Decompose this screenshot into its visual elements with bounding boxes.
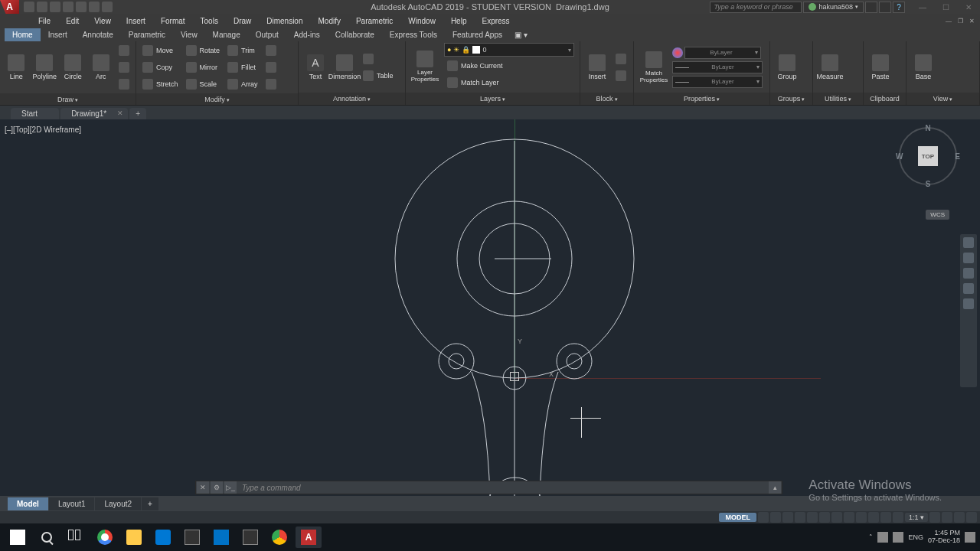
search-button[interactable] — [34, 527, 60, 548]
compass-w[interactable]: W — [896, 152, 903, 161]
explorer-button[interactable] — [121, 527, 147, 548]
status-gear-icon[interactable] — [929, 512, 940, 523]
tab-annotate[interactable]: Annotate — [75, 28, 121, 41]
draw-extra-1[interactable] — [116, 43, 132, 58]
minimize-button[interactable]: — — [911, 0, 934, 14]
menu-help[interactable]: Help — [443, 15, 475, 27]
insert-block-button[interactable]: Insert — [583, 53, 611, 82]
dimension-button[interactable]: Dimension — [331, 53, 358, 82]
edge-button[interactable] — [150, 527, 176, 548]
status-lwt-icon[interactable] — [856, 512, 867, 523]
status-otrack-icon[interactable] — [844, 512, 854, 523]
menu-parametric[interactable]: Parametric — [348, 15, 400, 27]
paste-button[interactable]: Paste — [867, 53, 894, 82]
draw-extra-3[interactable] — [116, 77, 132, 92]
nav-wheel-icon[interactable] — [963, 237, 974, 248]
panel-draw-title[interactable]: Draw — [57, 96, 78, 103]
nav-showmotion-icon[interactable] — [963, 298, 974, 309]
arc-button[interactable]: Arc — [88, 53, 114, 82]
panel-groups-title[interactable]: Groups — [778, 95, 805, 103]
tab-home[interactable]: Home — [5, 28, 41, 41]
modify-extra-3[interactable] — [263, 77, 279, 92]
calc-button[interactable] — [237, 527, 263, 548]
panel-modify-title[interactable]: Modify — [204, 96, 230, 103]
user-chip[interactable]: hakuna508 ▾ — [803, 2, 864, 13]
doc-minimize[interactable]: — — [943, 18, 954, 24]
file-tab-start[interactable]: Start — [11, 108, 59, 119]
command-input[interactable]: Type a command — [237, 484, 768, 492]
linetype-select[interactable]: —— ByLayer▾ — [672, 76, 763, 88]
block-edit[interactable] — [612, 68, 629, 83]
layout-tab-1[interactable]: Layout1 — [49, 497, 95, 510]
add-layout-button[interactable]: + — [142, 497, 158, 510]
qat-plot-icon[interactable] — [76, 2, 87, 12]
status-3dosnap-icon[interactable] — [831, 512, 842, 523]
nav-zoom-icon[interactable] — [963, 268, 974, 279]
chrome-button[interactable] — [92, 527, 118, 548]
status-annomon-icon[interactable] — [893, 512, 903, 523]
command-line[interactable]: ✕ ⚙ ▷_ Type a command ▴ — [195, 481, 782, 494]
line-button[interactable]: Line — [3, 53, 29, 82]
status-polar-icon[interactable] — [795, 512, 805, 523]
qat-new-icon[interactable] — [24, 2, 34, 12]
layer-properties-button[interactable]: Layer Properties — [409, 49, 441, 84]
cmd-customize-icon[interactable]: ⚙ — [211, 481, 223, 494]
color-control-icon[interactable] — [672, 47, 683, 58]
maximize-button[interactable]: ☐ — [934, 0, 957, 14]
layout-tab-model[interactable]: Model — [8, 497, 48, 510]
tab-output[interactable]: Output — [248, 28, 286, 41]
tray-language[interactable]: ENG — [908, 533, 923, 541]
menu-express[interactable]: Express — [474, 15, 517, 27]
match-properties-button[interactable]: Match Properties — [637, 50, 671, 85]
tab-express[interactable]: Express Tools — [382, 28, 445, 41]
tray-network-icon[interactable] — [877, 532, 888, 543]
menu-edit[interactable]: Edit — [58, 15, 87, 27]
menu-tools[interactable]: Tools — [193, 15, 226, 27]
qat-save-icon[interactable] — [50, 2, 60, 12]
doc-restore[interactable]: ❐ — [956, 18, 965, 24]
taskview-button[interactable] — [63, 527, 89, 548]
mirror-button[interactable]: Mirror — [183, 60, 224, 75]
menu-window[interactable]: Window — [400, 15, 443, 27]
tab-featured[interactable]: Featured Apps — [445, 28, 510, 41]
measure-button[interactable]: Measure — [816, 53, 844, 82]
panel-clipboard-title[interactable]: Clipboard — [870, 95, 900, 103]
block-create[interactable] — [612, 51, 629, 67]
app-logo[interactable]: A — [0, 0, 19, 14]
leader-button[interactable] — [360, 51, 397, 67]
base-button[interactable]: Base — [910, 53, 937, 82]
stretch-button[interactable]: Stretch — [139, 77, 181, 92]
help-icon[interactable]: ? — [893, 2, 905, 13]
menu-modify[interactable]: Modify — [311, 15, 348, 27]
panel-annotation-title[interactable]: Annotation — [333, 95, 371, 103]
viewcube[interactable]: TOP N S E W — [897, 126, 959, 187]
status-transparency-icon[interactable] — [868, 512, 879, 523]
status-model[interactable]: MODEL — [719, 513, 756, 522]
menu-insert[interactable]: Insert — [119, 15, 153, 27]
status-osnap-icon[interactable] — [819, 512, 830, 523]
exchange-icon[interactable] — [865, 2, 877, 13]
status-grid-icon[interactable] — [758, 512, 769, 523]
status-snap-icon[interactable] — [770, 512, 781, 523]
polyline-button[interactable]: Polyline — [31, 53, 58, 82]
panel-view-title[interactable]: View — [933, 95, 952, 103]
fillet-button[interactable]: Fillet — [224, 60, 261, 75]
panel-block-title[interactable]: Block — [596, 95, 617, 103]
status-isodraft-icon[interactable] — [807, 512, 818, 523]
qat-open-icon[interactable] — [37, 2, 47, 12]
compass-n[interactable]: N — [925, 124, 930, 132]
nav-orbit-icon[interactable] — [963, 283, 974, 294]
status-ortho-icon[interactable] — [782, 512, 793, 523]
compass-s[interactable]: S — [926, 180, 931, 188]
tab-manage[interactable]: Manage — [205, 28, 248, 41]
new-tab-button[interactable]: + — [129, 108, 146, 119]
cmd-close-icon[interactable]: ✕ — [197, 481, 209, 494]
layout-tab-2[interactable]: Layout2 — [95, 497, 141, 510]
panel-properties-title[interactable]: Properties — [684, 95, 720, 103]
text-button[interactable]: AText — [302, 53, 329, 82]
circle-button[interactable]: Circle — [60, 53, 86, 82]
menu-dimension[interactable]: Dimension — [259, 15, 310, 27]
move-button[interactable]: Move — [139, 43, 181, 58]
cmd-history-icon[interactable]: ▴ — [769, 481, 781, 494]
lineweight-select[interactable]: —— ByLayer▾ — [672, 61, 763, 73]
